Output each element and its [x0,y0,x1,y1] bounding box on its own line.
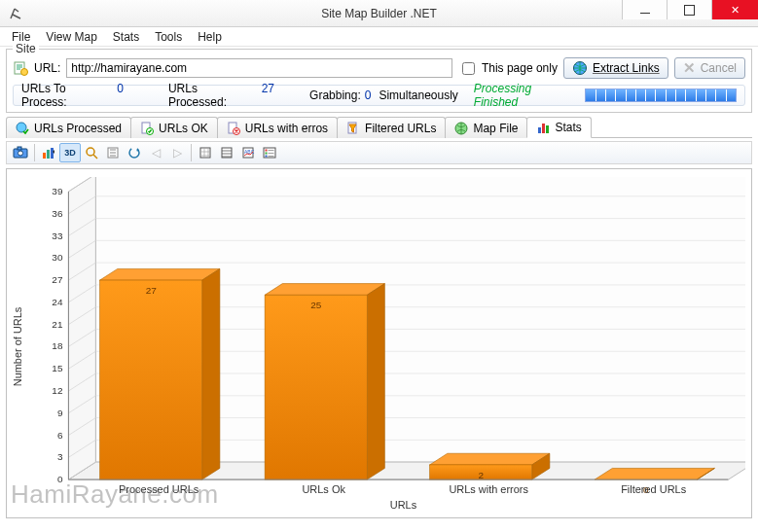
svg-rect-22 [200,148,210,158]
svg-rect-18 [51,148,54,159]
window-title: Site Map Builder .NET [321,0,437,26]
cancel-button: ✕ Cancel [674,57,745,79]
tab-urls-processed[interactable]: URLs Processed [6,117,131,138]
simultaneously-label: Simultaneously [379,89,457,102]
svg-text:Filtered URLs: Filtered URLs [621,483,686,495]
tab-map-file[interactable]: Map File [445,117,527,138]
axis-icon[interactable]: ABC [237,143,259,162]
site-legend: Site [13,42,39,55]
menu-view-map[interactable]: View Map [40,30,102,44]
svg-marker-90 [595,468,714,479]
svg-rect-10 [538,127,541,133]
svg-text:2: 2 [478,470,484,480]
tab-label: URLs Processed [34,122,122,135]
svg-rect-12 [546,125,549,133]
svg-point-19 [87,148,94,156]
globe-check-icon [16,122,29,135]
svg-rect-17 [47,150,50,159]
progress-bar [585,89,737,102]
svg-rect-11 [542,124,545,133]
rotate-icon[interactable] [124,143,145,162]
svg-text:24: 24 [52,297,63,307]
this-page-only-checkbox[interactable]: This page only [458,59,558,78]
svg-text:27: 27 [146,285,158,296]
window-close-button[interactable] [711,0,758,19]
scroll-icon[interactable] [102,143,124,162]
camera-icon[interactable] [10,143,31,162]
this-page-only-label: This page only [482,61,558,75]
map-icon [454,122,468,135]
tab-urls-ok[interactable]: URLs OK [130,117,218,138]
svg-text:33: 33 [52,231,63,241]
menu-bar: File View Map Stats Tools Help [0,27,758,47]
urls-processed-value: 27 [262,82,274,109]
grabbing-label: Grabbing: [309,89,361,102]
urls-to-process-value: 0 [117,82,124,109]
svg-rect-27 [266,150,268,152]
svg-marker-32 [68,177,95,479]
svg-marker-76 [202,268,220,479]
grid-icon[interactable] [195,143,216,162]
grabbing-value: 0 [365,89,372,102]
svg-text:27: 27 [52,274,63,285]
app-icon [8,6,23,21]
stats-icon [536,121,550,134]
globe-icon [572,60,588,76]
tab-urls-errors[interactable]: URLs with erros [217,117,338,138]
tab-label: Stats [555,121,581,134]
cancel-label: Cancel [701,61,737,75]
svg-text:36: 36 [52,208,63,219]
svg-text:30: 30 [52,252,63,263]
svg-marker-85 [430,453,550,465]
tab-label: Map File [473,122,518,135]
3d-toggle-icon[interactable]: 3D [59,143,81,162]
chart-panel: 03691215182124273033363927Processed URLs… [6,168,752,518]
svg-text:18: 18 [52,340,63,351]
urls-processed-label: URLs Processed: [168,82,258,109]
tab-label: Filtered URLs [365,122,436,135]
svg-text:9: 9 [57,408,63,418]
extract-links-button[interactable]: Extract Links [563,57,668,79]
legend-icon[interactable] [259,143,280,162]
window-minimize-button[interactable] [622,0,667,19]
tab-strip: URLs Processed URLs OK URLs with erros F… [6,116,752,138]
tab-label: URLs with erros [245,122,328,135]
svg-rect-16 [43,153,46,159]
svg-point-14 [18,151,23,156]
tab-label: URLs OK [159,122,208,135]
svg-text:15: 15 [52,363,63,373]
svg-text:12: 12 [52,385,63,396]
svg-rect-15 [18,147,21,150]
status-row: URLs To Process: 0 URLs Processed: 27 Gr… [13,85,745,106]
svg-text:URLs Ok: URLs Ok [302,483,345,495]
svg-text:3: 3 [57,451,63,462]
chart-type-icon[interactable] [38,143,59,162]
url-icon [13,60,28,76]
window-maximize-button[interactable] [667,0,711,19]
bar-chart: 03691215182124273033363927Processed URLs… [13,177,745,512]
svg-rect-28 [266,153,268,155]
svg-marker-80 [265,284,384,296]
site-groupbox: Site URL: This page only Extract Links ✕… [6,49,752,113]
menu-tools[interactable]: Tools [149,30,188,44]
left-icon[interactable]: ◁ [145,143,166,162]
zoom-icon[interactable] [81,143,102,162]
palette-icon[interactable] [216,143,237,162]
x-axis-label: URLs [390,499,417,511]
svg-point-1 [21,69,28,76]
tab-filtered-urls[interactable]: Filtered URLs [337,117,446,138]
right-icon[interactable]: ▷ [166,143,188,162]
stats-toolbar: 3D ◁ ▷ ABC [6,141,752,164]
svg-text:Processed URLs: Processed URLs [119,483,199,495]
tab-stats[interactable]: Stats [526,117,591,138]
this-page-only-box[interactable] [462,62,475,75]
svg-marker-81 [367,284,384,479]
svg-rect-23 [222,148,232,158]
processing-status: Processing Finished [474,82,577,109]
url-input[interactable] [66,58,452,78]
menu-stats[interactable]: Stats [107,30,145,44]
svg-text:0: 0 [57,474,63,484]
urls-to-process-label: URLs To Process: [21,82,113,109]
url-label: URL: [34,61,60,75]
menu-help[interactable]: Help [192,30,228,44]
